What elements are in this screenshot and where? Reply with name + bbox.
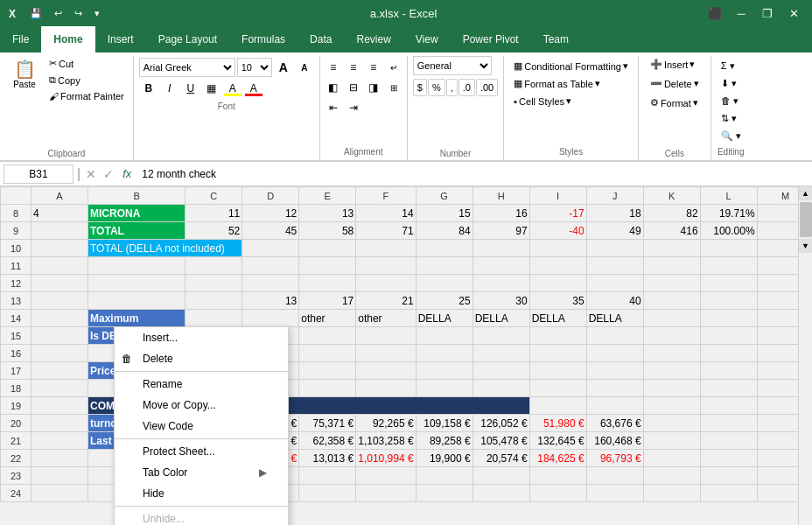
cell[interactable]: 1,103,258 € <box>356 432 416 450</box>
cell[interactable] <box>32 397 88 415</box>
cell[interactable]: 49 <box>586 222 643 240</box>
col-header-A[interactable]: A <box>32 187 88 205</box>
cell[interactable] <box>242 310 299 327</box>
cell[interactable] <box>299 275 356 292</box>
cell-styles-button[interactable]: ▪ Cell Styles ▾ <box>509 93 633 109</box>
col-header-F[interactable]: F <box>356 187 416 205</box>
row-header-21[interactable]: 21 <box>1 432 32 450</box>
border-button[interactable]: ▦ <box>202 79 221 98</box>
delete-cells-button[interactable]: ➖ Delete ▾ <box>644 75 705 92</box>
cell[interactable] <box>586 467 643 485</box>
cell[interactable] <box>529 240 586 257</box>
cell[interactable]: 12 <box>242 205 299 222</box>
cell[interactable]: 30 <box>472 292 529 310</box>
cell[interactable] <box>586 485 643 502</box>
wrap-text-button[interactable]: ↵ <box>384 58 403 77</box>
format-painter-button[interactable]: 🖌 Format Painter <box>46 89 128 103</box>
cell[interactable] <box>643 327 700 345</box>
align-center-button[interactable]: ⊟ <box>344 78 363 97</box>
cell[interactable] <box>643 415 700 432</box>
cell[interactable] <box>700 292 757 310</box>
align-left-button[interactable]: ◧ <box>324 78 343 97</box>
cell[interactable] <box>643 432 700 450</box>
font-family-select[interactable]: Arial Greek <box>139 58 235 77</box>
cell[interactable] <box>32 292 88 310</box>
cell[interactable] <box>586 257 643 275</box>
menu-item-delete[interactable]: 🗑Delete <box>115 348 288 369</box>
cell[interactable] <box>529 275 586 292</box>
cell[interactable]: 16 <box>472 205 529 222</box>
insert-cells-button[interactable]: ➕ Insert ▾ <box>644 56 702 73</box>
formula-input[interactable] <box>138 164 808 184</box>
cell[interactable] <box>643 397 700 415</box>
row-header-13[interactable]: 13 <box>1 292 32 310</box>
undo-button[interactable]: ↩ <box>51 6 66 21</box>
cell[interactable] <box>586 397 643 415</box>
cell[interactable]: 71 <box>356 222 416 240</box>
italic-button[interactable]: I <box>160 79 179 98</box>
cell[interactable] <box>32 327 88 345</box>
cell[interactable] <box>416 240 472 257</box>
decimal-decrease-button[interactable]: .00 <box>476 79 498 96</box>
cell[interactable]: 132,645 € <box>529 432 586 450</box>
ribbon-tab-formulas[interactable]: Formulas <box>229 26 298 52</box>
col-header-K[interactable]: K <box>643 187 700 205</box>
ribbon-tab-review[interactable]: Review <box>344 26 402 52</box>
cell[interactable]: other <box>356 310 416 327</box>
cell[interactable]: 35 <box>529 292 586 310</box>
menu-item-protect-sheet-[interactable]: Protect Sheet... <box>115 441 288 462</box>
cell[interactable]: 105,478 € <box>472 432 529 450</box>
cell[interactable] <box>32 450 88 467</box>
cell[interactable]: DELLA <box>472 310 529 327</box>
row-header-16[interactable]: 16 <box>1 345 32 362</box>
row-header-17[interactable]: 17 <box>1 362 32 380</box>
cell[interactable] <box>757 415 798 432</box>
align-top-left-button[interactable]: ≡ <box>324 58 343 77</box>
cell[interactable] <box>757 240 798 257</box>
cell[interactable] <box>757 432 798 450</box>
monitor-button[interactable]: ⬛ <box>704 2 726 24</box>
cell[interactable] <box>242 240 299 257</box>
cell[interactable]: 75,371 € <box>299 415 356 432</box>
cell[interactable]: 11 <box>186 205 242 222</box>
cell[interactable] <box>242 275 299 292</box>
cell[interactable] <box>700 415 757 432</box>
cell[interactable] <box>757 222 798 240</box>
cell[interactable] <box>88 275 186 292</box>
cell[interactable]: 45 <box>242 222 299 240</box>
merge-button[interactable]: ⊞ <box>384 78 403 97</box>
number-format-select[interactable]: General <box>413 56 492 75</box>
cell[interactable] <box>32 380 88 397</box>
col-header-J[interactable]: J <box>586 187 643 205</box>
cell[interactable]: -40 <box>529 222 586 240</box>
cell[interactable] <box>416 345 472 362</box>
ribbon-tab-home[interactable]: Home <box>41 26 94 52</box>
cell[interactable]: 25 <box>416 292 472 310</box>
cell[interactable] <box>356 467 416 485</box>
cell[interactable] <box>586 345 643 362</box>
cell[interactable] <box>32 240 88 257</box>
cell[interactable] <box>643 345 700 362</box>
cell[interactable] <box>757 205 798 222</box>
cell[interactable]: 109,158 € <box>416 415 472 432</box>
align-top-center-button[interactable]: ≡ <box>344 58 363 77</box>
ribbon-tab-team[interactable]: Team <box>531 26 581 52</box>
cell[interactable]: 18 <box>586 205 643 222</box>
align-top-right-button[interactable]: ≡ <box>364 58 383 77</box>
cell[interactable]: 100.00% <box>700 222 757 240</box>
cell[interactable] <box>757 292 798 310</box>
cell[interactable] <box>643 310 700 327</box>
col-header-E[interactable]: E <box>299 187 356 205</box>
qat-dropdown[interactable]: ▾ <box>91 6 103 21</box>
cell[interactable] <box>529 467 586 485</box>
menu-item-rename[interactable]: Rename <box>115 374 288 395</box>
cell[interactable]: 126,052 € <box>472 415 529 432</box>
col-header-G[interactable]: G <box>416 187 472 205</box>
cell[interactable] <box>757 310 798 327</box>
cell[interactable]: 4 <box>32 205 88 222</box>
menu-item-move-or-copy-[interactable]: Move or Copy... <box>115 395 288 416</box>
ribbon-tab-file[interactable]: File <box>0 26 41 52</box>
cell[interactable]: 184,625 € <box>529 450 586 467</box>
cell[interactable] <box>299 485 356 502</box>
cell[interactable] <box>356 362 416 380</box>
